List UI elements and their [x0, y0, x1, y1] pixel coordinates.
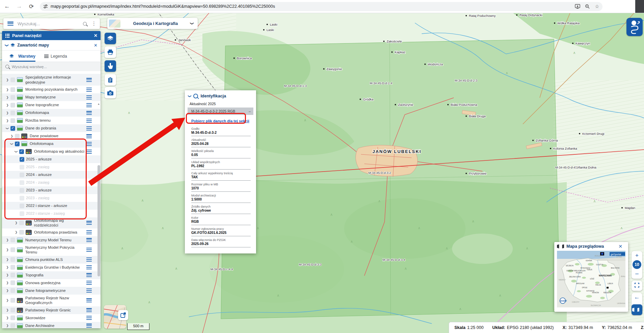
layer-checkbox[interactable]: [10, 78, 15, 82]
overview-map-toggle-button[interactable]: [632, 304, 642, 315]
chevron-icon[interactable]: ❯: [10, 134, 14, 138]
search-icon[interactable]: [83, 22, 87, 26]
layer-row-skorowidze[interactable]: ❯Skorowidze: [2, 314, 101, 322]
chevron-icon[interactable]: ❯: [5, 281, 9, 284]
more-options-icon[interactable]: ⋮: [91, 21, 96, 27]
layers-tool-button[interactable]: [105, 33, 116, 44]
layer-row-monitoring-pozyskania-danych[interactable]: ❯Monitoring pozyskania danych: [2, 86, 101, 93]
layer-menu-icon[interactable]: [86, 221, 92, 225]
chevron-icon[interactable]: ❯: [6, 126, 9, 130]
layer-checkbox[interactable]: [10, 238, 15, 242]
layer-menu-icon[interactable]: [86, 134, 92, 138]
layer-menu-icon[interactable]: [86, 95, 92, 99]
download-data-link[interactable]: Pobierz plik danych dla tej sekcji: [191, 119, 249, 123]
chevron-icon[interactable]: ❯: [5, 238, 9, 242]
layer-menu-icon[interactable]: [86, 298, 92, 302]
previous-extent-button[interactable]: ←: [632, 293, 642, 302]
layer-checkbox[interactable]: [10, 288, 15, 293]
layer-row-państwowy-rejestr-nazw-geograficznych[interactable]: ❯Państwowy Rejestr Nazw Geograficznych: [2, 295, 101, 306]
chevron-down-icon[interactable]: ❯: [188, 95, 192, 97]
layer-checkbox[interactable]: [10, 87, 15, 92]
layer-menu-icon[interactable]: [86, 308, 92, 312]
chevron-icon[interactable]: ❯: [5, 111, 9, 115]
layer-row-państwowy-rejestr-granic[interactable]: ❯Państwowy Rejestr Granic: [2, 306, 101, 314]
layer-row-specjalistyczne-informacje-geodezyjne[interactable]: ❯Specjalistyczne informacje geodezyjne: [2, 74, 101, 86]
chevron-icon[interactable]: ❯: [5, 88, 9, 91]
layer-row-dane-fotogrametryczne[interactable]: ❯Dane fotogrametryczne: [2, 287, 101, 295]
layer-checkbox[interactable]: [10, 323, 15, 328]
menu-hamburger-icon[interactable]: [7, 22, 13, 26]
layer-checkbox[interactable]: [20, 180, 24, 185]
layer-checkbox[interactable]: [10, 265, 15, 270]
identify-result-header[interactable]: M-34-45-D-d-3-2 2025 RGB –: [188, 108, 253, 115]
layer-menu-icon[interactable]: [86, 103, 92, 107]
layer-row-ortofotomapa[interactable]: ❯Ortofotomapa: [2, 109, 101, 117]
chevron-icon[interactable]: ❯: [14, 221, 18, 224]
layer-row-2022-i-starsze-arkusze[interactable]: 2022 i starsze - arkusze: [2, 202, 101, 210]
layer-checkbox[interactable]: [10, 308, 15, 312]
layer-row-2024-zasięg[interactable]: 2024 - zasięg: [2, 179, 101, 186]
layer-row-2022-i-starsze-zasięg[interactable]: 2022 i starsze - zasięg: [2, 210, 101, 217]
layer-menu-icon[interactable]: [86, 88, 92, 92]
layer-row-2023-zasięg[interactable]: 2023 - zasięg: [2, 194, 101, 202]
layer-menu-icon[interactable]: [86, 273, 92, 277]
layer-checkbox[interactable]: [20, 204, 24, 208]
layer-checkbox[interactable]: [10, 280, 15, 285]
panel-close-icon[interactable]: ✕: [94, 33, 97, 38]
layer-checkbox[interactable]: [10, 257, 15, 262]
layer-checkbox[interactable]: [10, 111, 15, 115]
layer-checkbox[interactable]: [10, 315, 15, 320]
chevron-icon[interactable]: ❯: [10, 142, 13, 146]
layer-menu-icon[interactable]: [86, 126, 92, 130]
layer-row-ortofotomapa[interactable]: ❯Ortofotomapa: [2, 140, 101, 148]
layer-row-ortofotomapa-prawdziwa[interactable]: ❯Ortofotomapa prawdziwa: [2, 229, 101, 236]
layer-row-ewidencja-gruntów-i-budynków[interactable]: ❯Ewidencja Gruntów i Budynków: [2, 264, 101, 271]
layer-row-2025-zasięg[interactable]: 2025 - zasięg: [2, 163, 101, 171]
layer-checkbox[interactable]: [20, 165, 24, 170]
zoom-out-button[interactable]: –: [632, 269, 642, 278]
layer-checkbox[interactable]: [10, 247, 15, 252]
browser-forward-button[interactable]: →: [14, 1, 24, 11]
scrollbar-thumb[interactable]: [97, 165, 100, 276]
chevron-icon[interactable]: ❯: [5, 119, 9, 122]
browser-back-button[interactable]: ←: [2, 1, 12, 11]
layer-row-mapy-tematyczne[interactable]: ❯Mapy tematyczne: [2, 93, 101, 101]
layer-row-dane-do-pobrania[interactable]: ❯Dane do pobrania: [2, 124, 101, 132]
layer-menu-icon[interactable]: [86, 150, 92, 154]
layer-checkbox[interactable]: [20, 173, 24, 177]
layer-checkbox[interactable]: [10, 95, 15, 100]
layer-row-dane-powiatowe[interactable]: ❯Dane powiatowe: [2, 132, 101, 140]
layer-menu-icon[interactable]: [86, 281, 92, 285]
layer-row-dane-topograficzne[interactable]: ❯Dane topograficzne: [2, 101, 101, 109]
layer-menu-icon[interactable]: [86, 324, 92, 328]
layer-menu-icon[interactable]: [86, 78, 92, 82]
fullscreen-button[interactable]: [632, 281, 642, 290]
module-selector-dropdown[interactable]: Geodezja i Kartografia ❯: [107, 18, 198, 29]
layer-checkbox[interactable]: [19, 220, 24, 225]
layer-menu-icon[interactable]: [86, 265, 92, 269]
chevron-icon[interactable]: ❯: [5, 248, 9, 251]
layer-row-ortofotomapa-wg-aktualności[interactable]: ❯Ortofotomapa wg aktualności: [2, 148, 101, 155]
layer-checkbox[interactable]: [10, 126, 15, 131]
map-search-bar[interactable]: Wyszukaj... ⋮: [3, 18, 100, 29]
chevron-icon[interactable]: ❯: [5, 289, 9, 292]
chevron-icon[interactable]: ❯: [5, 96, 9, 99]
chevron-icon[interactable]: ❯: [14, 231, 18, 234]
chevron-icon[interactable]: ❯: [5, 299, 9, 302]
search-input[interactable]: Wyszukaj...: [18, 21, 83, 26]
browser-reload-button[interactable]: ⟳: [26, 1, 36, 11]
panel-scrollbar[interactable]: ▲ ▼: [97, 102, 100, 333]
identify-popup-header[interactable]: ❯ Identyfikacja: [185, 94, 256, 98]
geoportal-logo-button[interactable]: [626, 18, 643, 36]
layer-checkbox[interactable]: [19, 230, 24, 235]
layer-row-osnowa-goedezyjna[interactable]: ❯Osnowa goedezyjna: [2, 279, 101, 287]
layer-menu-icon[interactable]: [86, 119, 92, 123]
layer-menu-icon[interactable]: [86, 142, 92, 146]
layer-row-dane-archiwalne[interactable]: ❯Dane Archiwalne: [2, 322, 101, 328]
tab-warstwy[interactable]: Warstwy: [9, 51, 35, 62]
layer-checkbox[interactable]: [10, 298, 15, 303]
address-bar[interactable]: mapy.geoportal.gov.pl/imapnext/imap/inde…: [40, 2, 603, 11]
layer-menu-icon[interactable]: [86, 230, 92, 234]
chevron-icon[interactable]: ❯: [5, 258, 9, 261]
layer-row-2025-arkusze[interactable]: 2025 - arkusze: [2, 155, 101, 163]
